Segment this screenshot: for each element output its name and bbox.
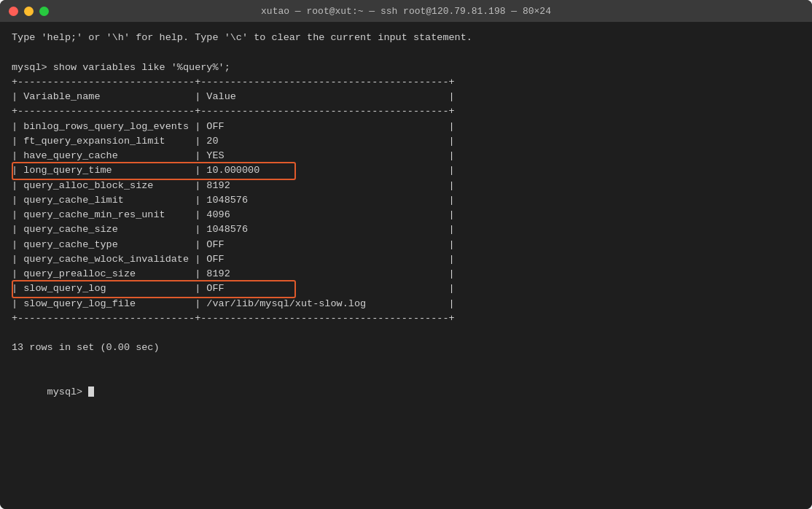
table-container: +------------------------------+--------…: [12, 75, 800, 326]
separator-mid: +------------------------------+--------…: [12, 104, 800, 119]
maximize-button[interactable]: [39, 7, 49, 16]
terminal-body[interactable]: Type 'help;' or '\h' for help. Type '\c'…: [0, 22, 812, 509]
table-row-1: | ft_query_expansion_limit | 20 |: [12, 134, 800, 149]
terminal-window: xutao — root@xut:~ — ssh root@120.79.81.…: [0, 0, 812, 509]
traffic-lights: [9, 7, 49, 16]
close-button[interactable]: [9, 7, 18, 16]
prompt-text: mysql>: [47, 386, 89, 397]
table-row-6: | query_cache_min_res_unit | 4096 |: [12, 208, 800, 222]
help-line: Type 'help;' or '\h' for help. Type '\c'…: [12, 31, 800, 45]
table-row-9: | query_cache_wlock_invalidate | OFF |: [12, 252, 800, 267]
table-row-0: | binlog_rows_query_log_events | OFF |: [12, 120, 800, 134]
result-line: 13 rows in set (0.00 sec): [12, 341, 800, 355]
prompt-line: mysql>: [12, 370, 800, 415]
blank-line-3: [12, 356, 800, 370]
window-title: xutao — root@xut:~ — ssh root@120.79.81.…: [261, 6, 551, 17]
table-row-4: | query_alloc_block_size | 8192 |: [12, 179, 800, 193]
table-row-5: | query_cache_limit | 1048576 |: [12, 193, 800, 208]
separator-top: +------------------------------+--------…: [12, 75, 800, 90]
table-row-3: | long_query_time | 10.000000 |: [12, 163, 800, 178]
table-row-12: | slow_query_log_file | /var/lib/mysql/x…: [12, 297, 800, 311]
command-line: mysql> show variables like '%query%';: [12, 61, 800, 75]
table-row-2: | have_query_cache | YES |: [12, 149, 800, 163]
cursor: [88, 386, 94, 397]
minimize-button[interactable]: [24, 7, 34, 16]
table-row-8: | query_cache_type | OFF |: [12, 238, 800, 252]
separator-bottom: +------------------------------+--------…: [12, 311, 800, 326]
table-row-7: | query_cache_size | 1048576 |: [12, 222, 800, 237]
table-row-10: | query_prealloc_size | 8192 |: [12, 267, 800, 281]
blank-line: [12, 45, 800, 60]
header-row: | Variable_name | Value |: [12, 90, 800, 104]
blank-line-2: [12, 326, 800, 341]
highlighted-slow-query-log: | slow_query_log | OFF |: [12, 281, 800, 296]
titlebar: xutao — root@xut:~ — ssh root@120.79.81.…: [0, 0, 812, 22]
highlighted-long-query-time: | long_query_time | 10.000000 |: [12, 163, 800, 178]
table-row-11: | slow_query_log | OFF |: [12, 281, 800, 296]
